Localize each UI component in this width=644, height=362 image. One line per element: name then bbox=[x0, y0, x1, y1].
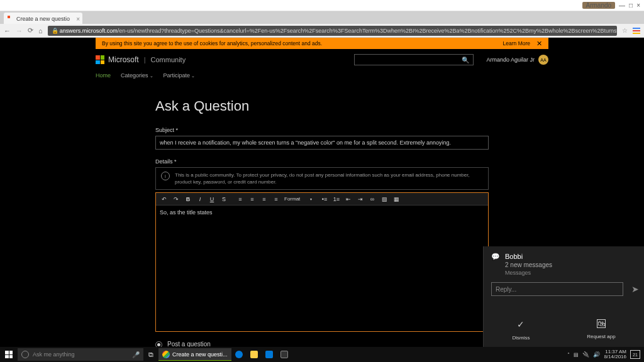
windows-logo-icon bbox=[5, 351, 13, 358]
site-nav: Home Categories⌄ Participate⌄ bbox=[96, 72, 548, 79]
request-app-button[interactable]: 🛍 Request app bbox=[587, 319, 615, 342]
italic-button[interactable]: I bbox=[194, 194, 206, 204]
privacy-warning: i This is a public community. To protect… bbox=[155, 167, 489, 190]
undo-button[interactable]: ↶ bbox=[158, 194, 170, 204]
close-window-button[interactable]: × bbox=[636, 2, 640, 9]
align-center-button[interactable]: ≡ bbox=[247, 194, 258, 204]
back-button[interactable]: ← bbox=[4, 27, 11, 35]
rich-text-editor: ↶ ↷ B I U S ≡ ≡ ≡ ≡ Format▾ •≡ 1≡ ⇤ ⇥ ∞ … bbox=[155, 192, 489, 332]
taskbar-app-edge[interactable] bbox=[231, 348, 247, 361]
avatar[interactable]: AA bbox=[538, 55, 548, 65]
number-list-button[interactable]: 1≡ bbox=[331, 194, 342, 204]
url-path: /en-us/newthread?threadtype=Questions&ca… bbox=[118, 28, 617, 34]
chevron-down-icon: ⌄ bbox=[191, 74, 195, 78]
cortana-icon bbox=[21, 351, 29, 358]
format-dropdown[interactable]: Format▾ bbox=[282, 196, 314, 202]
redo-button[interactable]: ↷ bbox=[170, 194, 182, 204]
maximize-button[interactable]: □ bbox=[629, 2, 633, 9]
image-button[interactable]: ▧ bbox=[379, 194, 390, 204]
bold-button[interactable]: B bbox=[182, 194, 194, 204]
details-label: Details * bbox=[155, 158, 489, 165]
align-justify-button[interactable]: ≡ bbox=[270, 194, 282, 204]
post-type-radio[interactable]: Post a question Need help with a technic… bbox=[155, 341, 489, 347]
tray-overflow-icon[interactable]: ˄ bbox=[567, 352, 570, 358]
home-button[interactable]: ⌂ bbox=[38, 27, 43, 35]
chevron-down-icon: ⌄ bbox=[150, 74, 153, 78]
bullet-list-button[interactable]: •≡ bbox=[319, 194, 330, 204]
task-view-button[interactable]: ⧉ bbox=[143, 351, 158, 359]
address-bar: ← → ⟳ ⌂ 🔒 answers.microsoft.com/en-us/ne… bbox=[0, 24, 644, 38]
microsoft-logo-icon bbox=[96, 55, 104, 64]
forward-button: → bbox=[16, 27, 23, 35]
site-search-input[interactable]: 🔍 bbox=[354, 54, 474, 65]
send-icon[interactable]: ➤ bbox=[631, 284, 639, 294]
toast-sender: Bobbi bbox=[505, 253, 552, 260]
link-button[interactable]: ∞ bbox=[367, 194, 378, 204]
align-right-button[interactable]: ≡ bbox=[258, 194, 270, 204]
page-title: Ask a Question bbox=[155, 98, 489, 114]
dismiss-button[interactable]: ✓ Dismiss bbox=[512, 319, 530, 342]
notification-toast: 💬 Bobbi 2 new messages Messages Reply...… bbox=[483, 246, 644, 347]
site-header: Microsoft | Community 🔍 Armando Aguilar … bbox=[96, 50, 548, 69]
bookmark-star-icon[interactable]: ☆ bbox=[622, 27, 628, 34]
toast-reply-input[interactable]: Reply... bbox=[491, 282, 623, 296]
nav-categories[interactable]: Categories⌄ bbox=[121, 72, 153, 79]
radio-label: Post a question bbox=[167, 341, 380, 347]
window-titlebar: Armando — □ × bbox=[0, 0, 644, 11]
cookie-banner: By using this site you agree to the use … bbox=[96, 38, 548, 49]
microphone-icon[interactable]: 🎤 bbox=[132, 351, 140, 358]
outdent-button[interactable]: ⇤ bbox=[343, 194, 354, 204]
taskbar-app-chrome[interactable]: Create a new questi... bbox=[158, 348, 231, 361]
folder-icon bbox=[250, 351, 258, 358]
system-tray: ˄ ▤ 🔌 🔊 11:37 AM 8/14/2016 21 bbox=[567, 349, 644, 359]
taskbar-app-store[interactable] bbox=[277, 348, 292, 361]
toast-summary: 2 new messages bbox=[505, 261, 552, 268]
user-name[interactable]: Armando Aguilar Jr bbox=[486, 57, 535, 63]
header-divider: | bbox=[144, 56, 146, 63]
favicon-icon bbox=[8, 16, 14, 22]
reload-button[interactable]: ⟳ bbox=[28, 26, 33, 35]
search-icon: 🔍 bbox=[462, 57, 469, 63]
minimize-button[interactable]: — bbox=[619, 2, 625, 9]
editor-toolbar: ↶ ↷ B I U S ≡ ≡ ≡ ≡ Format▾ •≡ 1≡ ⇤ ⇥ ∞ … bbox=[156, 193, 488, 206]
strike-button[interactable]: S bbox=[218, 194, 230, 204]
action-center-icon[interactable]: 21 bbox=[630, 350, 640, 359]
start-button[interactable] bbox=[0, 347, 18, 362]
table-button[interactable]: ▦ bbox=[391, 194, 402, 204]
chrome-menu-icon[interactable] bbox=[633, 28, 640, 34]
toast-app-name: Messages bbox=[505, 270, 552, 276]
ask-question-form: Ask a Question Subject * Details * i Thi… bbox=[155, 94, 489, 347]
indent-button[interactable]: ⇥ bbox=[355, 194, 366, 204]
microsoft-wordmark: Microsoft bbox=[108, 55, 139, 64]
community-link[interactable]: Community bbox=[151, 56, 186, 63]
editor-textarea[interactable]: So, as the title states bbox=[156, 206, 488, 331]
nav-participate[interactable]: Participate⌄ bbox=[164, 72, 196, 79]
profile-chip[interactable]: Armando bbox=[582, 2, 616, 9]
align-left-button[interactable]: ≡ bbox=[235, 194, 246, 204]
battery-icon[interactable]: 🔌 bbox=[582, 351, 589, 358]
cookie-text: By using this site you agree to the use … bbox=[102, 40, 322, 47]
cortana-search-input[interactable]: Ask me anything 🎤 bbox=[18, 348, 143, 361]
volume-icon[interactable]: 🔊 bbox=[593, 351, 600, 358]
mail-icon bbox=[265, 351, 273, 358]
store-icon: 🛍 bbox=[597, 319, 606, 328]
taskbar-app-mail[interactable] bbox=[262, 348, 277, 361]
underline-button[interactable]: U bbox=[206, 194, 218, 204]
edge-icon bbox=[235, 351, 243, 358]
clock[interactable]: 11:37 AM 8/14/2016 bbox=[604, 349, 626, 359]
taskbar-app-explorer[interactable] bbox=[247, 348, 262, 361]
nav-home[interactable]: Home bbox=[96, 72, 111, 79]
subject-label: Subject * bbox=[155, 127, 489, 133]
chevron-down-icon: ▾ bbox=[310, 197, 312, 201]
tab-close-icon[interactable]: × bbox=[76, 16, 80, 23]
subject-input[interactable] bbox=[155, 136, 489, 150]
microsoft-logo[interactable]: Microsoft bbox=[96, 55, 139, 64]
network-icon[interactable]: ▤ bbox=[574, 352, 579, 358]
tab-strip: Create a new questio × bbox=[0, 11, 644, 24]
browser-tab[interactable]: Create a new questio × bbox=[4, 13, 82, 24]
url-input[interactable]: 🔒 answers.microsoft.com/en-us/newthread?… bbox=[48, 26, 617, 36]
cookie-learn-more-link[interactable]: Learn More bbox=[503, 40, 530, 47]
info-icon: i bbox=[161, 172, 170, 180]
chat-bubble-icon: 💬 bbox=[491, 253, 500, 261]
cookie-close-icon[interactable]: ✕ bbox=[536, 40, 542, 48]
